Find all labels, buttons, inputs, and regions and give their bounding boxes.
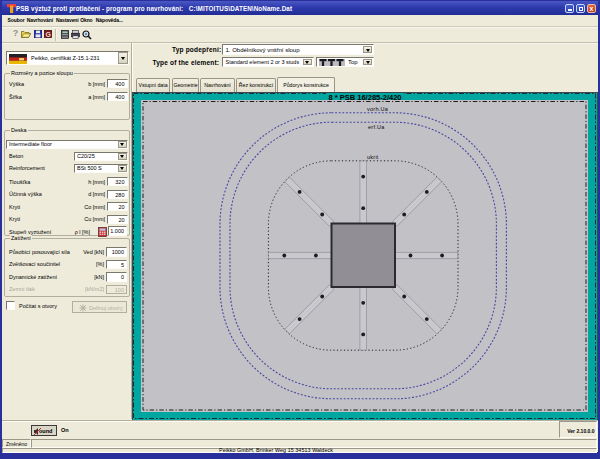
svg-text:erf.Ua: erf.Ua (368, 124, 385, 130)
svg-text:ukrit: ukrit (367, 154, 379, 160)
svg-text:G: G (46, 31, 52, 38)
svg-text:vorh.Ua: vorh.Ua (367, 106, 389, 112)
